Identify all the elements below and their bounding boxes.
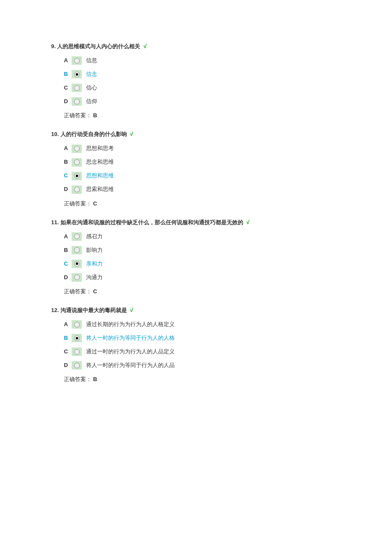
radio-button[interactable] [72,70,82,78]
option-text: 信心 [86,84,97,92]
option-text: 通过长期的行为为行为人的人格定义 [86,321,175,328]
option-row: B思念和思维 [64,158,341,167]
option-letter: B [64,246,70,254]
option-letter: A [64,233,70,240]
question-title: 9. 人的思维模式与人内心的什么相关 √ [51,43,341,50]
option-row: C亲和力 [64,260,341,268]
radio-button[interactable] [72,347,82,356]
option-letter: C [64,172,70,179]
question-text: 如果在沟通和说服的过程中缺乏什么，那么任何说服和沟通技巧都是无效的 [59,219,243,225]
option-row: A通过长期的行为为行为人的人格定义 [64,320,341,329]
option-row: A感召力 [64,232,341,241]
radio-button[interactable] [72,361,82,370]
option-letter: C [64,260,70,268]
option-letter: B [64,158,70,166]
option-letter: D [64,274,70,281]
option-row: D将人一时的行为等同于行为人的人品 [64,361,341,370]
question-number: 9. [51,43,56,49]
radio-button[interactable] [72,158,82,167]
option-letter: C [64,348,70,356]
radio-dot-icon [74,363,80,368]
option-row: D信仰 [64,97,341,106]
radio-dot-icon [74,99,80,104]
option-text: 信念 [86,70,97,78]
question-title: 12. 沟通说服中最大的毒药就是 √ [51,306,341,314]
radio-button[interactable] [72,145,82,153]
radio-button[interactable] [72,320,82,329]
correct-answer: 正确答案： C [64,200,341,208]
question-title: 10. 人的行动受自身的什么影响 √ [51,130,341,138]
option-text: 沟通力 [86,274,103,281]
correct-answer: 正确答案： C [64,288,341,295]
check-icon: √ [129,307,133,313]
radio-dot-icon [74,322,80,327]
option-row: B将人一时的行为等同于行为人的人格 [64,334,341,342]
option-row: C思想和思维 [64,172,341,180]
question: 10. 人的行动受自身的什么影响 √A思想和思考B思念和思维C思想和思维D思索和… [51,130,341,207]
option-row: B信念 [64,70,341,78]
check-icon: √ [129,131,133,137]
option-text: 思想和思维 [86,172,114,179]
radio-dot-icon [74,58,80,64]
radio-dot-icon [74,187,80,192]
option-letter: B [64,70,70,78]
answer-label: 正确答案： [64,112,92,119]
option-letter: D [64,361,70,369]
radio-button[interactable] [72,246,82,254]
option-row: C通过一时的行为为行为人的人品定义 [64,347,341,356]
answer-value: B [92,112,97,119]
radio-dot-icon [74,349,80,355]
radio-button[interactable] [72,232,82,241]
radio-dot-icon [74,85,80,91]
option-row: D思索和思维 [64,185,341,194]
option-row: D沟通力 [64,273,341,282]
option-letter: C [64,84,70,92]
answer-value: C [92,288,97,295]
option-text: 思念和思维 [86,158,114,166]
option-text: 思想和思考 [86,145,114,152]
check-icon: √ [142,43,147,49]
question: 9. 人的思维模式与人内心的什么相关 √A信息B信念C信心D信仰正确答案： B [51,43,341,119]
radio-button[interactable] [72,185,82,194]
option-text: 通过一时的行为为行为人的人品定义 [86,348,175,356]
correct-answer: 正确答案： B [64,376,341,383]
option-row: C信心 [64,84,341,92]
radio-button[interactable] [72,97,82,106]
radio-dot-icon [74,72,80,77]
radio-dot-icon [74,159,80,165]
option-row: A信息 [64,56,341,65]
option-letter: B [64,334,70,342]
radio-button[interactable] [72,172,82,180]
option-text: 将人一时的行为等同于行为人的人品 [86,361,175,369]
option-row: A思想和思考 [64,145,341,153]
answer-value: B [92,376,97,382]
option-text: 信仰 [86,98,97,105]
radio-dot-icon [74,261,80,266]
question: 12. 沟通说服中最大的毒药就是 √A通过长期的行为为行为人的人格定义B将人一时… [51,306,341,383]
answer-label: 正确答案： [64,200,92,207]
radio-dot-icon [74,275,80,280]
radio-dot-icon [74,173,80,179]
question: 11. 如果在沟通和说服的过程中缺乏什么，那么任何说服和沟通技巧都是无效的 √A… [51,219,341,295]
radio-button[interactable] [72,260,82,268]
option-letter: D [64,98,70,105]
option-letter: A [64,321,70,328]
radio-button[interactable] [72,273,82,282]
radio-button[interactable] [72,56,82,65]
radio-dot-icon [74,335,80,341]
question-title: 11. 如果在沟通和说服的过程中缺乏什么，那么任何说服和沟通技巧都是无效的 √ [51,219,341,226]
answer-label: 正确答案： [64,288,92,295]
option-row: B影响力 [64,246,341,254]
question-text: 沟通说服中最大的毒药就是 [59,307,127,313]
radio-dot-icon [74,146,80,151]
answer-value: C [92,200,97,207]
radio-button[interactable] [72,334,82,342]
option-text: 将人一时的行为等同于行为人的人格 [86,334,175,342]
radio-button[interactable] [72,84,82,92]
quiz-container: 9. 人的思维模式与人内心的什么相关 √A信息B信念C信心D信仰正确答案： B1… [51,43,341,384]
answer-label: 正确答案： [64,376,92,382]
option-letter: A [64,57,70,64]
option-text: 影响力 [86,246,103,254]
correct-answer: 正确答案： B [64,112,341,119]
check-icon: √ [245,219,250,225]
